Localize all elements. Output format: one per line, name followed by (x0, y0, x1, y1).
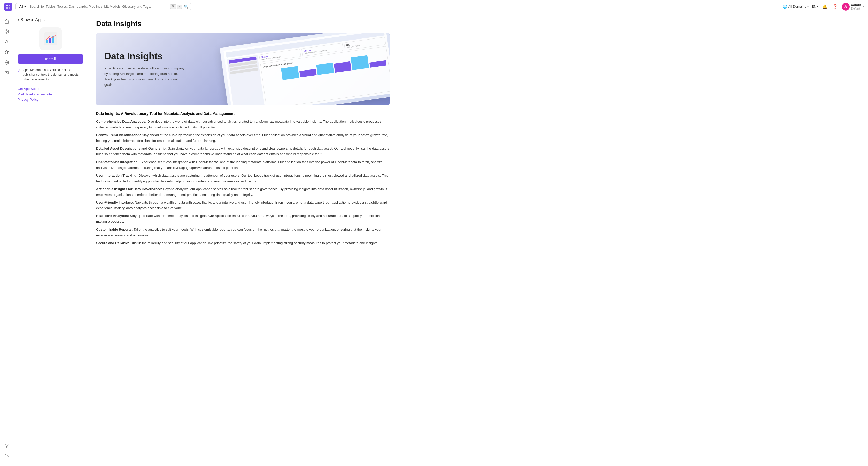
verified-icon: ✓ (18, 68, 21, 73)
domain-selector[interactable]: 🌐 All Domains ▾ (783, 5, 808, 9)
developer-website-link[interactable]: Visit developer website (18, 92, 84, 96)
user-role: Default (851, 7, 861, 10)
app-icon-container (18, 27, 84, 50)
user-menu[interactable]: A admin Default ▾ (842, 3, 864, 10)
description-paragraph: Comprehensive Data Analytics: Dive deep … (96, 119, 390, 130)
globe-icon: 🌐 (783, 5, 787, 9)
browse-apps-back[interactable]: ‹ Browse Apps (18, 18, 84, 22)
svg-rect-3 (8, 7, 10, 9)
description-paragraph: Detailed Asset Descriptions and Ownershi… (96, 146, 390, 157)
nav-logout[interactable] (2, 452, 11, 461)
nav-right: 🌐 All Domains ▾ EN ▾ 🔔 ❓ A admin Default… (783, 3, 864, 10)
sidebar-links: Get App Support Visit developer website … (18, 87, 84, 101)
search-icon[interactable]: 🔍 (184, 5, 188, 9)
app-icon-box (39, 27, 62, 50)
search-bar[interactable]: All ⌘ K 🔍 (16, 3, 191, 10)
data-insights-app-icon (44, 32, 57, 45)
nav-home[interactable] (2, 17, 11, 26)
section-title: Data Insights: A Revolutionary Tool for … (96, 112, 390, 116)
main-layout: ‹ Browse Apps Install (0, 13, 868, 466)
hero-title: Data Insights (104, 51, 186, 62)
hero-banner: Data Insights Proactively enhance the da… (96, 33, 390, 105)
verified-text: OpenMetadata has verified that the publi… (23, 68, 84, 82)
main-content: Data Insights Data Insights Proactively … (88, 13, 868, 466)
svg-rect-12 (49, 38, 51, 43)
description-paragraph: OpenMetadata Integration: Experience sea… (96, 159, 390, 171)
svg-rect-11 (46, 40, 48, 43)
browse-apps-label: Browse Apps (21, 18, 44, 22)
search-filter[interactable]: All (18, 4, 27, 9)
nav-explore[interactable] (2, 27, 11, 36)
chevron-down-icon: ▾ (817, 5, 818, 8)
chevron-down-icon: ▾ (807, 5, 809, 8)
sidebar-bottom (2, 441, 11, 463)
svg-point-14 (46, 39, 47, 40)
back-arrow-icon: ‹ (18, 18, 19, 22)
svg-point-4 (5, 30, 8, 33)
install-button[interactable]: Install (18, 54, 84, 64)
description-paragraph: Customizable Reports: Tailor the analyti… (96, 227, 390, 238)
nav-domains[interactable] (2, 58, 11, 67)
svg-rect-2 (6, 7, 8, 9)
svg-point-15 (49, 36, 50, 37)
top-nav: All ⌘ K 🔍 🌐 All Domains ▾ EN ▾ 🔔 ❓ A adm… (0, 0, 868, 13)
svg-rect-1 (8, 5, 10, 6)
description-paragraph: Real-Time Analytics: Stay up-to-date wit… (96, 213, 390, 224)
avatar: A (842, 3, 850, 10)
svg-point-17 (55, 35, 56, 36)
page-title: Data Insights (96, 20, 390, 28)
description-paragraph: Actionable Insights for Data Governance:… (96, 186, 390, 197)
notifications-icon[interactable]: 🔔 (821, 3, 829, 10)
verified-box: ✓ OpenMetadata has verified that the pub… (18, 68, 84, 82)
description-paragraph: Growth Trend Identification: Stay ahead … (96, 132, 390, 144)
cmd-kbd: ⌘ (170, 4, 176, 9)
app-sidebar-panel: ‹ Browse Apps Install (13, 13, 88, 466)
description-paragraph: Secure and Reliable: Trust in the reliab… (96, 240, 390, 246)
search-input[interactable] (29, 5, 168, 8)
lang-label: EN (812, 5, 816, 8)
domain-label: All Domains (788, 5, 806, 8)
language-selector[interactable]: EN ▾ (812, 5, 818, 8)
app-support-link[interactable]: Get App Support (18, 87, 84, 91)
nav-governance[interactable] (2, 37, 11, 46)
hero-screenshot: 10.82% Data Assets with Owners 18.61% Da… (220, 33, 390, 105)
description-paragraph: User Interaction Tracking: Discover whic… (96, 173, 390, 184)
help-icon[interactable]: ❓ (832, 3, 839, 10)
nav-settings[interactable] (2, 441, 11, 451)
nav-quality[interactable] (2, 48, 11, 57)
description-paragraph: User-Friendly Interface: Navigate throug… (96, 200, 390, 211)
k-kbd: K (177, 5, 182, 9)
sidebar-icons (0, 13, 13, 466)
svg-point-16 (52, 37, 53, 38)
svg-point-9 (6, 445, 7, 447)
hero-text: Data Insights Proactively enhance the da… (96, 42, 194, 96)
nav-observability[interactable] (2, 68, 11, 77)
app-logo[interactable] (4, 3, 12, 11)
keyboard-shortcut: ⌘ K (170, 4, 182, 9)
user-chevron-icon: ▾ (863, 5, 864, 8)
user-name-block: admin Default (851, 3, 861, 10)
content-inner: Data Insights Data Insights Proactively … (88, 13, 398, 260)
svg-point-6 (6, 40, 7, 42)
privacy-policy-link[interactable]: Privacy Policy (18, 98, 84, 101)
svg-rect-0 (6, 5, 8, 6)
hero-description: Proactively enhance the data culture of … (104, 66, 186, 87)
svg-point-5 (6, 31, 7, 32)
desc-section: Data Insights: A Revolutionary Tool for … (96, 112, 390, 254)
description-paragraphs: Comprehensive Data Analytics: Dive deep … (96, 119, 390, 246)
user-name: admin (851, 3, 861, 7)
